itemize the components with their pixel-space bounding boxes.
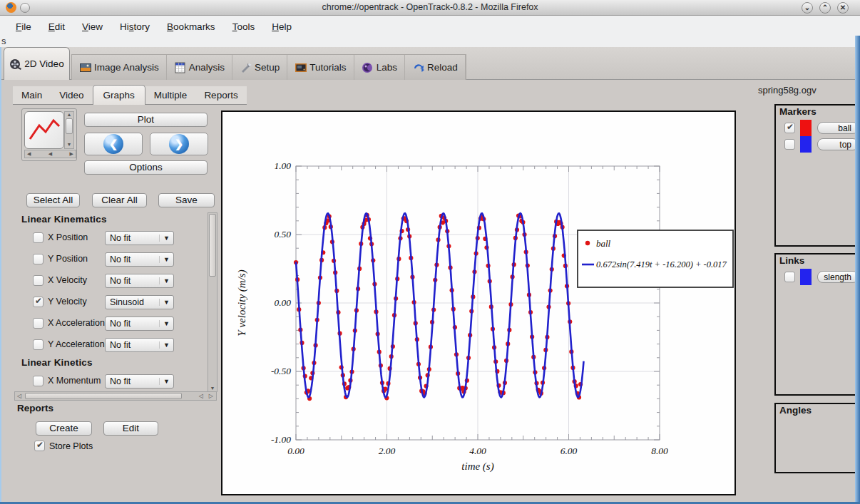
x-momentum-fit-dropdown[interactable]: No fit▼ (105, 374, 174, 389)
ball-color-swatch[interactable] (800, 120, 812, 136)
quantity-label: Y Position (43, 254, 105, 265)
tab-main[interactable]: Main (13, 87, 51, 104)
minimize-icon[interactable]: ⌄ (802, 2, 813, 14)
tab-video[interactable]: Video (51, 87, 92, 104)
reports-section-title: Reports (17, 403, 53, 413)
y-acceleration-fit-dropdown[interactable]: No fit▼ (105, 338, 174, 352)
labs-icon (362, 62, 374, 73)
ball-button[interactable]: ball (817, 122, 859, 134)
x-velocity-checkbox[interactable] (33, 275, 43, 286)
title-bar[interactable]: chrome://opentrack - OpenTrack-0.8.2 - M… (0, 0, 860, 16)
toolbar-tab-reload[interactable]: Reload (405, 55, 466, 80)
plot-area[interactable]: 0.002.004.006.008.001.000.500.00-0.50-1.… (221, 110, 736, 495)
chevron-down-icon: ▼ (159, 299, 173, 306)
toolbar-tab-labs[interactable]: Labs (354, 55, 405, 80)
x-position-checkbox[interactable] (33, 232, 43, 243)
menu-edit[interactable]: Edit (41, 20, 72, 34)
reload-icon (412, 62, 425, 73)
quantity-label: X Acceleration (43, 318, 105, 329)
video-filename: spring58g.ogv (758, 85, 817, 96)
ball-visibility-checkbox[interactable]: ✔ (784, 123, 795, 133)
options-button[interactable]: Options (84, 160, 208, 175)
toolbar-tab-setup[interactable]: Setup (232, 55, 287, 80)
stray-text: s (1, 36, 6, 46)
window-edge-right (855, 36, 860, 504)
fit-value: No fit (106, 319, 159, 329)
toolbar-tab-analysis[interactable]: Analysis (167, 55, 232, 80)
plot-thumbnail-widget[interactable]: ▲▼ ◀◀▶ (21, 108, 77, 161)
image-icon (79, 62, 92, 73)
fit-value: No fit (106, 376, 159, 386)
toolbar-tab-image-analysis[interactable]: Image Analysis (72, 55, 167, 80)
edit-report-button[interactable]: Edit (103, 421, 158, 436)
tab-graphs[interactable]: Graphs (93, 85, 145, 105)
top-color-swatch[interactable] (800, 136, 812, 153)
select-all-button[interactable]: Select All (26, 193, 80, 207)
toolbar-tab-tutorials[interactable]: Tutorials (287, 55, 354, 80)
arrow-left-icon: ❮ (103, 134, 123, 154)
y-velocity-fit-dropdown[interactable]: Sinusoid▼ (105, 295, 174, 309)
svg-text:Y velocity (m/s): Y velocity (m/s) (236, 269, 248, 336)
chevron-down-icon: ▼ (159, 256, 173, 263)
fit-value: Sinusoid (106, 297, 159, 307)
svg-text:ball: ball (596, 238, 611, 249)
fit-value: No fit (106, 233, 159, 243)
menu-file[interactable]: File (9, 20, 39, 34)
x-momentum-checkbox[interactable] (33, 376, 43, 386)
x-acceleration-fit-dropdown[interactable]: No fit▼ (105, 317, 174, 331)
slength-visibility-checkbox[interactable] (784, 272, 795, 282)
store-plots-checkbox[interactable]: ✔ (34, 441, 45, 451)
film-reel-icon (9, 58, 22, 70)
plot-button[interactable]: Plot (84, 113, 208, 127)
x-velocity-fit-dropdown[interactable]: No fit▼ (105, 274, 174, 288)
markers-panel-title: Markers (776, 106, 859, 117)
top-visibility-checkbox[interactable] (784, 139, 795, 150)
list-vscrollbar[interactable]: ▼ (208, 212, 217, 392)
y-acceleration-checkbox[interactable] (33, 339, 43, 350)
angles-panel: Angles (774, 403, 860, 473)
x-acceleration-checkbox[interactable] (33, 318, 43, 329)
x-position-fit-dropdown[interactable]: No fit▼ (105, 231, 174, 245)
tab-reports[interactable]: Reports (195, 87, 246, 104)
slength-button[interactable]: slength (817, 271, 859, 283)
close-icon[interactable]: ✕ (837, 2, 849, 14)
toolbar-tab-label: Setup (255, 62, 280, 73)
menu-bookmarks[interactable]: Bookmarks (160, 20, 222, 34)
thumbnail-vscrollbar[interactable]: ▲▼ (64, 111, 74, 149)
toolbar-tab-2d-video[interactable]: 2D Video (4, 47, 70, 80)
svg-text:0.50: 0.50 (274, 229, 291, 240)
markers-row-top: top (776, 136, 859, 153)
menu-view[interactable]: View (75, 20, 110, 34)
quantity-label: Y Velocity (43, 297, 105, 308)
y-position-fit-dropdown[interactable]: No fit▼ (105, 252, 174, 267)
next-plot-button[interactable]: ❯ (150, 133, 208, 155)
tab-multiple[interactable]: Multiple (145, 87, 196, 104)
menu-help[interactable]: Help (265, 20, 299, 34)
svg-text:4.00: 4.00 (469, 446, 486, 456)
quantity-row: X VelocityNo fit▼ (21, 272, 205, 289)
svg-text:-0.50: -0.50 (271, 366, 291, 376)
slength-color-swatch[interactable] (800, 269, 812, 285)
section-title: Linear Kinematics (21, 214, 205, 225)
menu-history[interactable]: History (113, 20, 157, 34)
quantity-row: Y PositionNo fit▼ (21, 250, 205, 268)
svg-text:2.00: 2.00 (379, 446, 396, 456)
svg-text:0.00: 0.00 (274, 297, 291, 308)
top-button[interactable]: top (817, 138, 859, 150)
y-position-checkbox[interactable] (33, 254, 43, 264)
clear-all-button[interactable]: Clear All (92, 193, 147, 207)
save-button[interactable]: Save (158, 193, 215, 207)
maximize-icon[interactable]: ⌃ (819, 2, 831, 14)
tv-icon (295, 62, 307, 73)
menu-tools[interactable]: Tools (225, 20, 262, 34)
quantity-label: X Position (43, 232, 105, 244)
list-hscrollbar[interactable]: ◁ ◁ ▷ (14, 391, 217, 401)
quantity-label: X Velocity (43, 275, 105, 287)
create-report-button[interactable]: Create (36, 421, 92, 436)
links-row-slength: slength (776, 269, 859, 285)
thumbnail-hscrollbar[interactable]: ◀◀▶ (24, 150, 76, 158)
previous-plot-button[interactable]: ❮ (84, 133, 143, 155)
y-velocity-checkbox[interactable]: ✔ (33, 297, 43, 307)
subtab-strip: MainVideoGraphsMultipleReports (13, 86, 247, 105)
links-panel: Links slength (774, 253, 860, 396)
